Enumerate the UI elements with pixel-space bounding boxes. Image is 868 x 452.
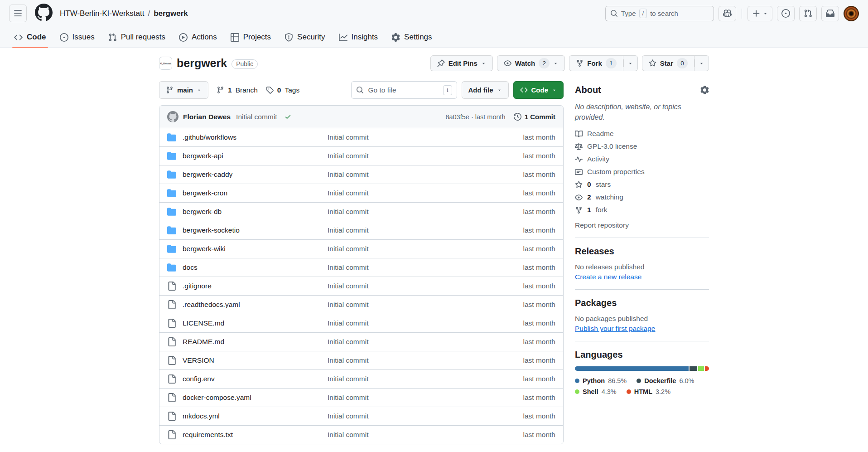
- pull-requests-dashboard-button[interactable]: [799, 6, 817, 21]
- tab-pull-requests[interactable]: Pull requests: [104, 27, 170, 48]
- code-button[interactable]: Code: [513, 81, 564, 99]
- table-row[interactable]: bergwerk-cron Initial commit last month: [159, 184, 563, 202]
- row-commit-message[interactable]: Initial commit: [328, 133, 523, 141]
- commit-sha[interactable]: 8a03f5e: [445, 113, 469, 121]
- github-logo[interactable]: [35, 4, 53, 23]
- table-row[interactable]: .gitignore Initial commit last month: [159, 277, 563, 295]
- table-row[interactable]: bergwerk-wiki Initial commit last month: [159, 239, 563, 258]
- tab-security[interactable]: Security: [280, 27, 329, 48]
- row-commit-message[interactable]: Initial commit: [328, 431, 523, 439]
- watch-button[interactable]: Watch 2: [497, 55, 565, 71]
- create-new-button[interactable]: [747, 6, 772, 21]
- table-row[interactable]: bergwerk-socketio Initial commit last mo…: [159, 221, 563, 239]
- file-name-link[interactable]: bergwerk-api: [183, 152, 223, 160]
- row-commit-message[interactable]: Initial commit: [328, 263, 523, 272]
- check-icon[interactable]: [285, 113, 291, 120]
- issues-dashboard-button[interactable]: [777, 6, 795, 21]
- custom-properties-link[interactable]: Custom properties: [575, 168, 709, 176]
- row-commit-message[interactable]: Initial commit: [328, 282, 523, 290]
- row-commit-message[interactable]: Initial commit: [328, 356, 523, 365]
- add-file-button[interactable]: Add file: [462, 81, 509, 99]
- table-row[interactable]: bergwerk-api Initial commit last month: [159, 146, 563, 165]
- file-name-link[interactable]: docker-compose.yaml: [183, 394, 251, 402]
- file-name-link[interactable]: VERSION: [183, 356, 214, 365]
- commit-author-link[interactable]: Florian Dewes: [183, 113, 231, 121]
- tab-issues[interactable]: Issues: [55, 27, 99, 48]
- commit-sha-time[interactable]: 8a03f5e · last month: [445, 113, 505, 121]
- tab-projects[interactable]: Projects: [226, 27, 275, 48]
- language-legend-item[interactable]: Dockerfile 6.0%: [637, 377, 694, 384]
- row-commit-message[interactable]: Initial commit: [328, 319, 523, 327]
- row-commit-message[interactable]: Initial commit: [328, 338, 523, 346]
- user-avatar[interactable]: [844, 6, 859, 21]
- commit-message-link[interactable]: Initial commit: [236, 113, 277, 121]
- breadcrumb-org-link[interactable]: HTW-Berlin-KI-Werkstatt: [60, 9, 144, 18]
- stars-link[interactable]: 0 stars: [575, 180, 709, 189]
- file-name-link[interactable]: docs: [183, 263, 198, 272]
- forks-link[interactable]: 1 fork: [575, 206, 709, 214]
- row-commit-message[interactable]: Initial commit: [328, 375, 523, 383]
- table-row[interactable]: docker-compose.yaml Initial commit last …: [159, 388, 563, 407]
- row-commit-message[interactable]: Initial commit: [328, 412, 523, 420]
- tags-link[interactable]: 0 Tags: [266, 86, 299, 94]
- file-name-link[interactable]: bergwerk-caddy: [183, 170, 232, 179]
- row-commit-message[interactable]: Initial commit: [328, 170, 523, 179]
- table-row[interactable]: bergwerk-db Initial commit last month: [159, 202, 563, 221]
- file-name-link[interactable]: requirements.txt: [183, 431, 233, 439]
- tab-settings[interactable]: Settings: [387, 27, 436, 48]
- row-commit-message[interactable]: Initial commit: [328, 394, 523, 402]
- table-row[interactable]: requirements.txt Initial commit last mon…: [159, 425, 563, 444]
- license-link[interactable]: GPL-3.0 license: [575, 142, 709, 151]
- row-commit-message[interactable]: Initial commit: [328, 226, 523, 234]
- table-row[interactable]: bergwerk-caddy Initial commit last month: [159, 165, 563, 184]
- row-commit-message[interactable]: Initial commit: [328, 301, 523, 309]
- global-search-input[interactable]: Type / to search: [605, 6, 714, 21]
- star-dropdown-button[interactable]: [694, 55, 709, 71]
- fork-button[interactable]: Fork 1: [569, 55, 623, 71]
- watching-link[interactable]: 2 watching: [575, 193, 709, 201]
- hamburger-menu-button[interactable]: [9, 5, 27, 22]
- go-to-file-input[interactable]: [367, 86, 439, 95]
- file-name-link[interactable]: bergwerk-db: [183, 208, 222, 216]
- table-row[interactable]: mkdocs.yml Initial commit last month: [159, 407, 563, 425]
- row-commit-message[interactable]: Initial commit: [328, 208, 523, 216]
- file-name-link[interactable]: README.md: [183, 338, 224, 346]
- file-name-link[interactable]: LICENSE.md: [183, 319, 224, 327]
- language-legend-item[interactable]: Shell 4.3%: [575, 388, 617, 395]
- inbox-button[interactable]: [821, 6, 839, 21]
- row-commit-message[interactable]: Initial commit: [328, 245, 523, 253]
- publish-package-link[interactable]: Publish your first package: [575, 325, 655, 332]
- file-name-link[interactable]: bergwerk-cron: [183, 189, 227, 197]
- file-name-link[interactable]: .github/workflows: [183, 133, 236, 141]
- file-name-link[interactable]: config.env: [183, 375, 215, 383]
- language-legend-item[interactable]: HTML 3.2%: [627, 388, 670, 395]
- commit-author-avatar[interactable]: [167, 111, 178, 122]
- table-row[interactable]: LICENSE.md Initial commit last month: [159, 314, 563, 332]
- file-name-link[interactable]: bergwerk-socketio: [183, 226, 240, 234]
- file-name-link[interactable]: .readthedocs.yaml: [183, 301, 240, 309]
- row-commit-message[interactable]: Initial commit: [328, 152, 523, 160]
- table-row[interactable]: .readthedocs.yaml Initial commit last mo…: [159, 295, 563, 314]
- table-row[interactable]: config.env Initial commit last month: [159, 369, 563, 388]
- copilot-button[interactable]: [719, 6, 736, 21]
- language-legend-item[interactable]: Python 86.5%: [575, 377, 627, 384]
- commit-history-link[interactable]: 1 Commit: [514, 113, 555, 121]
- readme-link[interactable]: Readme: [575, 130, 709, 138]
- activity-link[interactable]: Activity: [575, 155, 709, 163]
- table-row[interactable]: VERSION Initial commit last month: [159, 351, 563, 369]
- table-row[interactable]: README.md Initial commit last month: [159, 332, 563, 351]
- about-settings-button[interactable]: [700, 86, 709, 94]
- report-repository-link[interactable]: Report repository: [575, 221, 709, 229]
- star-button[interactable]: Star 0: [642, 55, 694, 71]
- tab-code[interactable]: Code: [10, 27, 51, 48]
- create-release-link[interactable]: Create a new release: [575, 273, 641, 281]
- language-bar[interactable]: [575, 366, 709, 371]
- table-row[interactable]: docs Initial commit last month: [159, 258, 563, 277]
- file-name-link[interactable]: .gitignore: [183, 282, 212, 290]
- branch-selector[interactable]: main: [159, 81, 208, 99]
- tab-insights[interactable]: Insights: [334, 27, 383, 48]
- branches-link[interactable]: 1 Branch: [217, 86, 258, 94]
- breadcrumb-repo-link[interactable]: bergwerk: [154, 9, 188, 18]
- row-commit-message[interactable]: Initial commit: [328, 189, 523, 197]
- tab-actions[interactable]: Actions: [174, 27, 222, 48]
